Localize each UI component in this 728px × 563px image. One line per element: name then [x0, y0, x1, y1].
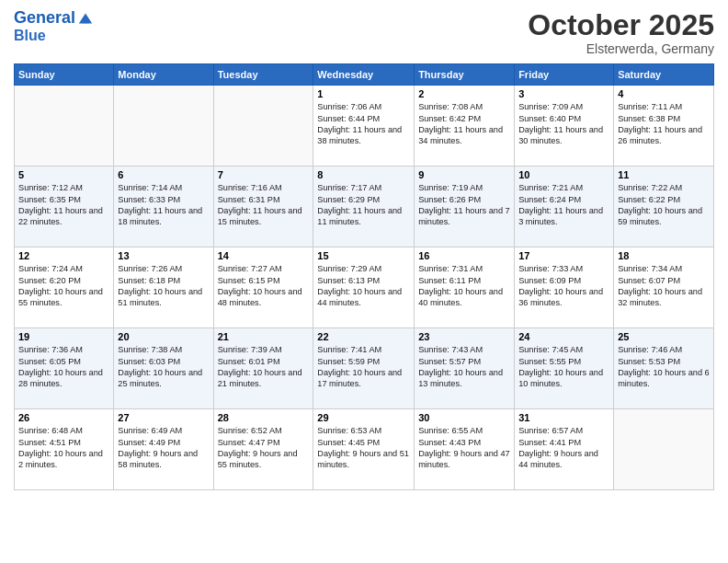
day-number: 16 [418, 250, 510, 261]
table-row [213, 86, 313, 167]
table-row: 31Sunrise: 6:57 AM Sunset: 4:41 PM Dayli… [515, 409, 614, 490]
day-info: Sunrise: 7:17 AM Sunset: 6:29 PM Dayligh… [317, 182, 410, 228]
day-number: 26 [18, 412, 109, 423]
day-number: 2 [418, 88, 510, 99]
table-row: 8Sunrise: 7:17 AM Sunset: 6:29 PM Daylig… [313, 167, 415, 247]
day-number: 18 [618, 250, 710, 261]
header: General Blue October 2025 Elsterwerda, G… [14, 9, 714, 56]
table-row: 19Sunrise: 7:36 AM Sunset: 6:05 PM Dayli… [15, 328, 114, 409]
svg-marker-1 [82, 18, 88, 23]
table-row: 9Sunrise: 7:19 AM Sunset: 6:26 PM Daylig… [415, 167, 515, 247]
table-row: 16Sunrise: 7:31 AM Sunset: 6:11 PM Dayli… [415, 247, 515, 328]
day-info: Sunrise: 7:45 AM Sunset: 5:55 PM Dayligh… [518, 344, 609, 390]
table-row [614, 409, 714, 490]
day-number: 20 [118, 331, 209, 342]
day-info: Sunrise: 7:06 AM Sunset: 6:44 PM Dayligh… [317, 101, 410, 147]
day-info: Sunrise: 7:24 AM Sunset: 6:20 PM Dayligh… [18, 263, 109, 309]
day-number: 4 [618, 88, 710, 99]
day-info: Sunrise: 7:21 AM Sunset: 6:24 PM Dayligh… [518, 182, 609, 228]
day-info: Sunrise: 7:34 AM Sunset: 6:07 PM Dayligh… [618, 263, 710, 309]
table-row: 28Sunrise: 6:52 AM Sunset: 4:47 PM Dayli… [213, 409, 313, 490]
table-row [15, 86, 114, 167]
day-number: 15 [317, 250, 410, 261]
title-block: October 2025 Elsterwerda, Germany [528, 9, 714, 56]
table-row: 6Sunrise: 7:14 AM Sunset: 6:33 PM Daylig… [114, 167, 213, 247]
day-number: 14 [218, 250, 310, 261]
table-row: 5Sunrise: 7:12 AM Sunset: 6:35 PM Daylig… [15, 167, 114, 247]
col-saturday: Saturday [614, 64, 714, 86]
day-number: 11 [618, 169, 710, 180]
day-info: Sunrise: 7:43 AM Sunset: 5:57 PM Dayligh… [418, 344, 510, 390]
day-info: Sunrise: 7:36 AM Sunset: 6:05 PM Dayligh… [18, 344, 109, 390]
table-row: 2Sunrise: 7:08 AM Sunset: 6:42 PM Daylig… [415, 86, 515, 167]
table-row: 3Sunrise: 7:09 AM Sunset: 6:40 PM Daylig… [515, 86, 614, 167]
day-number: 23 [418, 331, 510, 342]
day-number: 17 [518, 250, 609, 261]
day-info: Sunrise: 6:49 AM Sunset: 4:49 PM Dayligh… [118, 425, 209, 471]
header-row: Sunday Monday Tuesday Wednesday Thursday… [15, 64, 714, 86]
table-row: 11Sunrise: 7:22 AM Sunset: 6:22 PM Dayli… [614, 167, 714, 247]
day-info: Sunrise: 6:57 AM Sunset: 4:41 PM Dayligh… [518, 425, 609, 471]
calendar-week-row: 26Sunrise: 6:48 AM Sunset: 4:51 PM Dayli… [15, 409, 714, 490]
day-info: Sunrise: 7:12 AM Sunset: 6:35 PM Dayligh… [18, 182, 109, 228]
day-number: 28 [218, 412, 310, 423]
day-number: 5 [18, 169, 109, 180]
day-info: Sunrise: 7:27 AM Sunset: 6:15 PM Dayligh… [218, 263, 310, 309]
day-info: Sunrise: 7:33 AM Sunset: 6:09 PM Dayligh… [518, 263, 609, 309]
logo: General Blue [14, 9, 94, 43]
calendar-week-row: 5Sunrise: 7:12 AM Sunset: 6:35 PM Daylig… [15, 167, 714, 247]
table-row: 15Sunrise: 7:29 AM Sunset: 6:13 PM Dayli… [313, 247, 415, 328]
table-row: 4Sunrise: 7:11 AM Sunset: 6:38 PM Daylig… [614, 86, 714, 167]
day-number: 21 [218, 331, 310, 342]
day-number: 3 [518, 88, 609, 99]
day-number: 31 [518, 412, 609, 423]
table-row: 7Sunrise: 7:16 AM Sunset: 6:31 PM Daylig… [213, 167, 313, 247]
col-sunday: Sunday [15, 64, 114, 86]
table-row: 25Sunrise: 7:46 AM Sunset: 5:53 PM Dayli… [614, 328, 714, 409]
day-info: Sunrise: 7:22 AM Sunset: 6:22 PM Dayligh… [618, 182, 710, 228]
day-number: 10 [518, 169, 609, 180]
day-number: 8 [317, 169, 410, 180]
day-info: Sunrise: 6:52 AM Sunset: 4:47 PM Dayligh… [218, 425, 310, 471]
table-row [114, 86, 213, 167]
table-row: 18Sunrise: 7:34 AM Sunset: 6:07 PM Dayli… [614, 247, 714, 328]
calendar-week-row: 12Sunrise: 7:24 AM Sunset: 6:20 PM Dayli… [15, 247, 714, 328]
table-row: 29Sunrise: 6:53 AM Sunset: 4:45 PM Dayli… [313, 409, 415, 490]
day-info: Sunrise: 7:46 AM Sunset: 5:53 PM Dayligh… [618, 344, 710, 390]
table-row: 21Sunrise: 7:39 AM Sunset: 6:01 PM Dayli… [213, 328, 313, 409]
day-number: 1 [317, 88, 410, 99]
day-info: Sunrise: 7:09 AM Sunset: 6:40 PM Dayligh… [518, 101, 609, 147]
table-row: 14Sunrise: 7:27 AM Sunset: 6:15 PM Dayli… [213, 247, 313, 328]
table-row: 23Sunrise: 7:43 AM Sunset: 5:57 PM Dayli… [415, 328, 515, 409]
day-info: Sunrise: 7:31 AM Sunset: 6:11 PM Dayligh… [418, 263, 510, 309]
day-info: Sunrise: 7:38 AM Sunset: 6:03 PM Dayligh… [118, 344, 209, 390]
table-row: 26Sunrise: 6:48 AM Sunset: 4:51 PM Dayli… [15, 409, 114, 490]
day-number: 24 [518, 331, 609, 342]
day-info: Sunrise: 7:16 AM Sunset: 6:31 PM Dayligh… [218, 182, 310, 228]
calendar-week-row: 1Sunrise: 7:06 AM Sunset: 6:44 PM Daylig… [15, 86, 714, 167]
day-info: Sunrise: 6:48 AM Sunset: 4:51 PM Dayligh… [18, 425, 109, 471]
logo-blue: Blue [14, 28, 94, 44]
logo-icon [77, 10, 94, 27]
table-row: 17Sunrise: 7:33 AM Sunset: 6:09 PM Dayli… [515, 247, 614, 328]
day-number: 25 [618, 331, 710, 342]
day-info: Sunrise: 7:39 AM Sunset: 6:01 PM Dayligh… [218, 344, 310, 390]
day-info: Sunrise: 7:14 AM Sunset: 6:33 PM Dayligh… [118, 182, 209, 228]
day-number: 19 [18, 331, 109, 342]
calendar-title: October 2025 [528, 9, 714, 41]
day-info: Sunrise: 6:53 AM Sunset: 4:45 PM Dayligh… [317, 425, 410, 471]
table-row: 24Sunrise: 7:45 AM Sunset: 5:55 PM Dayli… [515, 328, 614, 409]
day-number: 7 [218, 169, 310, 180]
col-monday: Monday [114, 64, 213, 86]
logo-text: General [14, 9, 75, 28]
col-tuesday: Tuesday [213, 64, 313, 86]
day-number: 22 [317, 331, 410, 342]
table-row: 30Sunrise: 6:55 AM Sunset: 4:43 PM Dayli… [415, 409, 515, 490]
page: General Blue October 2025 Elsterwerda, G… [0, 0, 728, 563]
day-number: 9 [418, 169, 510, 180]
col-wednesday: Wednesday [313, 64, 415, 86]
day-info: Sunrise: 6:55 AM Sunset: 4:43 PM Dayligh… [418, 425, 510, 471]
day-info: Sunrise: 7:26 AM Sunset: 6:18 PM Dayligh… [118, 263, 209, 309]
day-info: Sunrise: 7:29 AM Sunset: 6:13 PM Dayligh… [317, 263, 410, 309]
day-info: Sunrise: 7:08 AM Sunset: 6:42 PM Dayligh… [418, 101, 510, 147]
